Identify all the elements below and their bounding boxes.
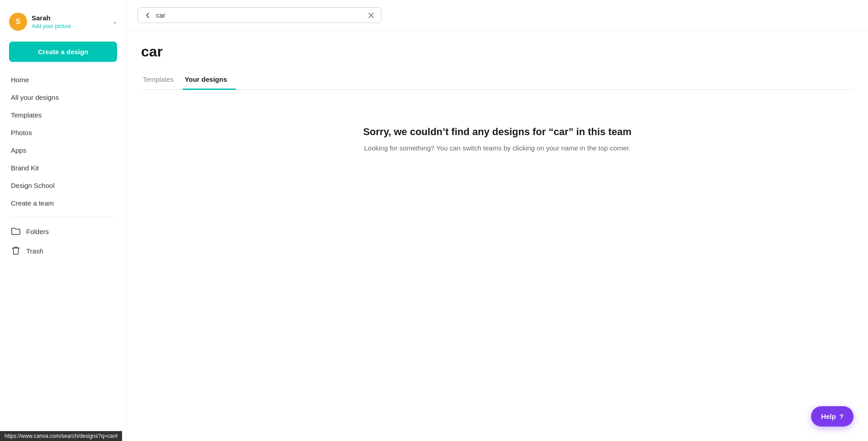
sidebar-item-label: Home [11,76,29,84]
empty-state: Sorry, we couldn’t find any designs for … [141,126,854,154]
trash-icon [11,246,21,256]
sidebar-item-brand-kit[interactable]: Brand Kit [0,159,126,177]
help-icon: ? [840,413,844,420]
user-name: Sarah [32,14,108,22]
sidebar-item-create-team[interactable]: Create a team [0,194,126,212]
sidebar-item-home[interactable]: Home [0,71,126,89]
tab-templates[interactable]: Templates [141,71,183,90]
sidebar-item-folders[interactable]: Folders [0,221,126,241]
user-section[interactable]: S Sarah Add your picture ⌄ [0,9,126,38]
sidebar-item-label: Folders [26,228,49,235]
top-bar [127,0,868,31]
sidebar-item-photos[interactable]: Photos [0,124,126,141]
sidebar-item-label: Create a team [11,199,54,207]
empty-state-title: Sorry, we couldn’t find any designs for … [363,126,632,138]
status-bar: https://www.canva.com/search/designs?q=c… [0,431,122,441]
sidebar-item-design-school[interactable]: Design School [0,177,126,194]
sidebar-item-label: All your designs [11,94,59,101]
sidebar-item-trash[interactable]: Trash [0,241,126,261]
folder-icon [11,226,21,236]
search-box [137,7,382,23]
sidebar-item-label: Templates [11,111,42,119]
sidebar-item-label: Photos [11,129,32,136]
sidebar-item-label: Design School [11,182,55,189]
help-button[interactable]: Help ? [811,406,854,427]
avatar: S [9,13,27,31]
sidebar-item-label: Apps [11,146,26,154]
sidebar: S Sarah Add your picture ⌄ Create a desi… [0,0,127,441]
search-input[interactable] [156,11,363,19]
search-title: car [141,43,854,60]
empty-state-subtitle: Looking for something? You can switch te… [364,143,631,154]
sidebar-item-apps[interactable]: Apps [0,141,126,159]
sidebar-item-label: Brand Kit [11,164,39,172]
content-area: car Templates Your designs Sorry, we cou… [127,31,868,441]
sidebar-item-all-designs[interactable]: All your designs [0,89,126,106]
chevron-down-icon: ⌄ [113,19,117,25]
main-content: car Templates Your designs Sorry, we cou… [127,0,868,441]
help-label: Help [821,413,836,420]
tab-your-designs[interactable]: Your designs [183,71,236,90]
sidebar-item-templates[interactable]: Templates [0,106,126,124]
create-design-button[interactable]: Create a design [9,42,117,62]
search-back-button[interactable] [144,12,151,19]
add-picture-link[interactable]: Add your picture [32,23,71,29]
sidebar-item-label: Trash [26,247,43,255]
user-info: Sarah Add your picture [32,14,108,30]
nav-section: Home All your designs Templates Photos A… [0,71,126,432]
tabs: Templates Your designs [141,71,854,90]
search-clear-button[interactable] [368,12,375,19]
nav-divider [9,216,117,217]
